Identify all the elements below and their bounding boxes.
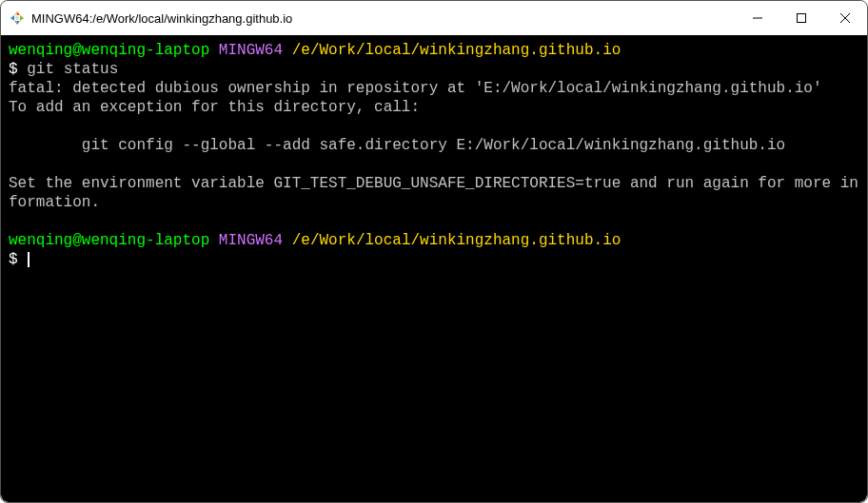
close-button[interactable] — [823, 1, 867, 35]
svg-point-6 — [15, 16, 19, 20]
command-text: git status — [27, 61, 118, 78]
app-icon — [9, 10, 26, 27]
prompt-symbol: $ — [9, 251, 18, 268]
svg-marker-1 — [14, 11, 17, 15]
svg-rect-8 — [798, 14, 806, 23]
prompt-path: /e/Work/local/winkingzhang.github.io — [292, 232, 621, 249]
svg-marker-5 — [17, 21, 20, 25]
svg-marker-3 — [20, 15, 24, 21]
prompt-env: MINGW64 — [219, 42, 283, 59]
output-line: git config --global --add safe.directory… — [9, 137, 785, 154]
prompt-env: MINGW64 — [219, 232, 283, 249]
prompt-user: wenqing@wenqing-laptop — [9, 42, 209, 59]
prompt-path: /e/Work/local/winkingzhang.github.io — [292, 42, 621, 59]
prompt-symbol: $ — [9, 61, 18, 78]
minimize-button[interactable] — [736, 1, 779, 35]
svg-marker-0 — [17, 11, 20, 15]
window-title: MINGW64:/e/Work/local/winkingzhang.githu… — [31, 11, 736, 26]
terminal-area[interactable]: wenqing@wenqing-laptop MINGW64 /e/Work/l… — [1, 35, 867, 502]
window-titlebar: MINGW64:/e/Work/local/winkingzhang.githu… — [1, 1, 867, 35]
close-icon — [840, 13, 850, 23]
prompt-user: wenqing@wenqing-laptop — [9, 232, 209, 249]
window-controls — [736, 1, 867, 35]
output-line: fatal: detected dubious ownership in rep… — [9, 80, 822, 97]
output-line: Set the environment variable GIT_TEST_DE… — [9, 175, 858, 211]
text-cursor — [28, 252, 30, 267]
maximize-icon — [797, 13, 806, 23]
svg-marker-2 — [10, 15, 14, 21]
maximize-button[interactable] — [779, 1, 823, 35]
svg-marker-4 — [14, 21, 17, 25]
minimize-icon — [753, 13, 762, 23]
output-line: To add an exception for this directory, … — [9, 99, 420, 116]
